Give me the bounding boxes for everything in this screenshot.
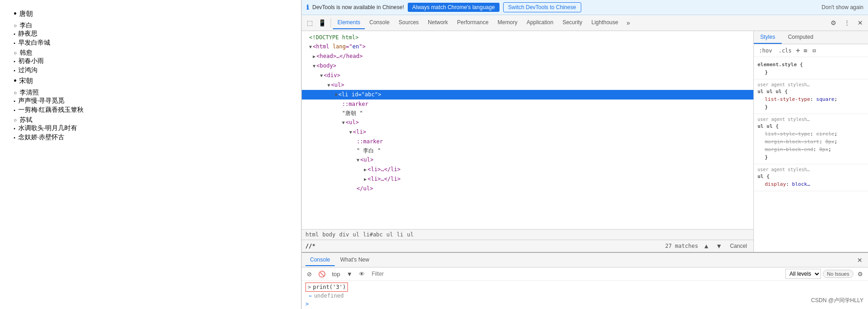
device-icon[interactable]: 📱 (316, 19, 329, 26)
poems-hanyu: 初春小雨 过鸿沟 (14, 57, 287, 74)
poet-hanyu: 韩愈 初春小雨 过鸿沟 (14, 49, 287, 74)
breadcrumb-div[interactable]: div (339, 231, 349, 238)
dom-panel: <!DOCTYPE html> ▼<html lang="en"> ▶<head… (302, 31, 754, 252)
dom-li-3[interactable]: ▶<li>…</li> (302, 165, 753, 174)
style-section-ulul: user agent stylesh… ul ul { list-style-t… (754, 114, 868, 164)
settings-icon[interactable]: ⚙ (828, 18, 839, 28)
switch-devtools-button[interactable]: Switch DevTools to Chinese (503, 2, 581, 12)
top-context[interactable]: top (330, 270, 342, 278)
dom-marker-1[interactable]: ::marker (302, 100, 753, 109)
breadcrumb-li-abc[interactable]: li#abc (363, 231, 383, 238)
console-tab-console[interactable]: Console (305, 254, 335, 266)
eye-icon[interactable]: 👁 (357, 270, 367, 278)
more-tabs-button[interactable]: » (623, 17, 634, 28)
tab-bar: ⬚ 📱 Elements Console Sources Network Per… (302, 15, 868, 31)
search-next-button[interactable]: ▼ (715, 242, 724, 250)
style-source-2: user agent stylesh… (758, 117, 864, 122)
styles-content: element.style { } user agent stylesh… ul… (754, 57, 868, 252)
console-result: ← undefined (305, 293, 864, 299)
dom-text-libai[interactable]: " 李白 " (302, 146, 753, 155)
tab-console[interactable]: Console (365, 16, 394, 29)
styles-tab-styles[interactable]: Styles (754, 31, 782, 44)
dom-ul-3[interactable]: ▼<ul> (302, 155, 753, 165)
poet-name-hanyu: 韩愈 (14, 49, 287, 57)
dom-marker-2[interactable]: ::marker (302, 137, 753, 146)
close-console-button[interactable]: ✕ (855, 256, 864, 265)
dom-li-4[interactable]: ▶<li>…</li> (302, 174, 753, 184)
ul-display: display: block… (758, 180, 864, 188)
search-input[interactable] (305, 243, 662, 249)
tab-actions: ⚙ ⋮ ✕ (828, 18, 866, 28)
close-devtools-icon[interactable]: ✕ (855, 18, 866, 28)
search-prev-button[interactable]: ▲ (702, 242, 711, 250)
dom-ul[interactable]: ▼<ul> (302, 80, 753, 90)
search-cancel-button[interactable]: Cancel (727, 242, 750, 250)
dom-tree[interactable]: <!DOCTYPE html> ▼<html lang="en"> ▶<head… (302, 31, 753, 229)
styles-tabs: Styles Computed (754, 31, 868, 44)
dom-text-tang[interactable]: "唐朝 " (302, 109, 753, 118)
dom-body[interactable]: ▼<body> (302, 61, 753, 71)
breadcrumb-ul-3[interactable]: ul (407, 231, 413, 238)
toggle-element-state-icon[interactable]: ⊟ (811, 47, 818, 55)
dom-ul-close[interactable]: </ul> (302, 184, 753, 193)
style-source-1: user agent stylesh… (758, 82, 864, 87)
dom-doctype[interactable]: <!DOCTYPE html> (302, 33, 753, 42)
ululul-selector: ul ul ul { (758, 89, 864, 94)
tab-sources[interactable]: Sources (394, 16, 423, 29)
more-options-icon[interactable]: ⋮ (841, 18, 853, 28)
tab-elements[interactable]: Elements (333, 16, 365, 29)
dynasty-item-tang: 唐朝 李白 静夜思 早发白帝城 韩愈 初春小雨 过鸿沟 (14, 9, 287, 74)
no-issues-badge: No Issues (823, 270, 853, 278)
breadcrumb-li[interactable]: li (397, 231, 403, 238)
breadcrumb-ul[interactable]: ul (353, 231, 359, 238)
style-source-3: user agent stylesh… (758, 167, 864, 172)
poet-sushi: 苏轼 水调歌头·明月几时有 念奴娇·赤壁怀古 (14, 116, 287, 141)
styles-tab-computed[interactable]: Computed (782, 31, 820, 44)
poems-sushi: 水调歌头·明月几时有 念奴娇·赤壁怀古 (14, 124, 287, 141)
styles-toolbar: :hov .cls + ⊞ ⊟ (754, 44, 868, 57)
element-style-close: } (758, 68, 864, 76)
match-language-button[interactable]: Always match Chrome's language (408, 3, 500, 12)
styles-panel: Styles Computed :hov .cls + ⊞ ⊟ element.… (754, 31, 868, 252)
console-filter-input[interactable] (369, 270, 784, 278)
tab-lighthouse[interactable]: Lighthouse (587, 16, 623, 29)
cls-button[interactable]: .cls (776, 47, 794, 55)
dom-li-2[interactable]: ▼<li> (302, 127, 753, 137)
console-level-select[interactable]: All levels (785, 269, 821, 279)
tab-performance[interactable]: Performance (452, 16, 493, 29)
console-tab-whatsnew[interactable]: What's New (336, 254, 374, 266)
breadcrumb-ul-2[interactable]: ul (386, 231, 393, 238)
block-icon[interactable]: 🚫 (316, 270, 328, 278)
breadcrumb: html body div ul li#abc ul li ul (302, 229, 753, 240)
console-settings-icon[interactable]: ⚙ (855, 270, 865, 278)
result-arrow: ← (309, 293, 312, 299)
add-style-button[interactable]: + (796, 46, 800, 55)
clear-console-icon[interactable]: ⊘ (305, 270, 314, 278)
new-style-rule-icon[interactable]: ⊞ (802, 47, 809, 55)
console-input-line: > print('3') (305, 283, 348, 292)
hov-button[interactable]: :hov (757, 47, 774, 55)
ululul-list-style: list-style-type: square; (758, 95, 864, 103)
tab-memory[interactable]: Memory (493, 16, 522, 29)
search-bar: 27 matches ▲ ▼ Cancel (302, 240, 753, 252)
console-next-prompt[interactable]: > (305, 301, 864, 307)
context-arrow[interactable]: ▼ (344, 270, 355, 278)
poems-libai: 静夜思 早发白帝城 (14, 30, 287, 47)
style-section-element: element.style { } (754, 59, 868, 79)
dom-head[interactable]: ▶<head>…</head> (302, 52, 753, 61)
breadcrumb-html[interactable]: html (305, 231, 319, 238)
breadcrumb-body[interactable]: body (322, 231, 336, 238)
inspect-icon[interactable]: ⬚ (304, 19, 316, 26)
poet-libai: 李白 静夜思 早发白帝城 (14, 21, 287, 47)
ulul-close: } (758, 153, 864, 161)
ulul-list-style: list-style-type: circle; (758, 130, 864, 138)
dont-show-link[interactable]: Don't show again (821, 4, 863, 10)
dom-div[interactable]: ▼<div> (302, 71, 753, 80)
poet-name-sushi: 苏轼 (14, 116, 287, 124)
tab-security[interactable]: Security (558, 16, 587, 29)
dom-html[interactable]: ▼<html lang="en"> (302, 42, 753, 52)
dom-li-abc[interactable]: ▼<li id="abc"> (302, 90, 753, 100)
tab-network[interactable]: Network (423, 16, 452, 29)
dom-ul-2[interactable]: ▼<ul> (302, 118, 753, 127)
tab-application[interactable]: Application (522, 16, 558, 29)
